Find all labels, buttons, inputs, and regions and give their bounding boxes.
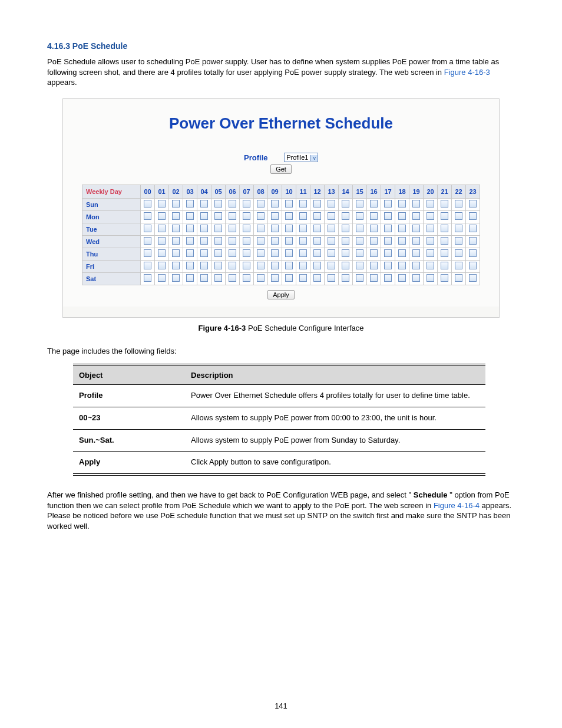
schedule-checkbox[interactable] <box>299 249 307 257</box>
schedule-checkbox[interactable] <box>328 212 335 220</box>
schedule-checkbox[interactable] <box>200 249 208 257</box>
schedule-checkbox[interactable] <box>469 274 477 282</box>
schedule-checkbox[interactable] <box>299 212 307 220</box>
schedule-checkbox[interactable] <box>313 249 321 257</box>
schedule-checkbox[interactable] <box>186 200 194 207</box>
schedule-checkbox[interactable] <box>384 249 392 257</box>
schedule-checkbox[interactable] <box>158 249 166 257</box>
schedule-checkbox[interactable] <box>328 200 335 207</box>
schedule-checkbox[interactable] <box>469 237 477 245</box>
schedule-checkbox[interactable] <box>412 274 420 282</box>
schedule-checkbox[interactable] <box>285 212 293 220</box>
schedule-checkbox[interactable] <box>384 225 392 232</box>
schedule-checkbox[interactable] <box>144 212 151 220</box>
schedule-checkbox[interactable] <box>214 212 222 220</box>
schedule-checkbox[interactable] <box>427 262 434 269</box>
schedule-checkbox[interactable] <box>455 225 462 232</box>
schedule-checkbox[interactable] <box>328 237 335 245</box>
schedule-checkbox[interactable] <box>257 200 265 207</box>
schedule-checkbox[interactable] <box>356 262 363 269</box>
schedule-checkbox[interactable] <box>200 212 208 220</box>
schedule-checkbox[interactable] <box>271 225 279 232</box>
schedule-checkbox[interactable] <box>412 225 420 232</box>
schedule-checkbox[interactable] <box>469 249 477 257</box>
schedule-checkbox[interactable] <box>427 212 434 220</box>
schedule-checkbox[interactable] <box>172 200 180 207</box>
schedule-checkbox[interactable] <box>200 225 208 232</box>
schedule-checkbox[interactable] <box>158 212 166 220</box>
schedule-checkbox[interactable] <box>441 212 448 220</box>
schedule-checkbox[interactable] <box>328 262 335 269</box>
schedule-checkbox[interactable] <box>186 237 194 245</box>
schedule-checkbox[interactable] <box>172 262 180 269</box>
schedule-checkbox[interactable] <box>243 237 250 245</box>
schedule-checkbox[interactable] <box>370 249 378 257</box>
schedule-checkbox[interactable] <box>356 212 363 220</box>
schedule-checkbox[interactable] <box>455 237 462 245</box>
schedule-checkbox[interactable] <box>356 200 363 207</box>
figure-link-2[interactable]: Figure 4-16-4 <box>434 501 480 510</box>
schedule-checkbox[interactable] <box>144 274 151 282</box>
schedule-checkbox[interactable] <box>412 212 420 220</box>
schedule-checkbox[interactable] <box>455 262 462 269</box>
schedule-checkbox[interactable] <box>469 212 477 220</box>
schedule-checkbox[interactable] <box>229 200 236 207</box>
schedule-checkbox[interactable] <box>412 200 420 207</box>
schedule-checkbox[interactable] <box>144 237 151 245</box>
schedule-checkbox[interactable] <box>342 237 349 245</box>
schedule-checkbox[interactable] <box>412 262 420 269</box>
schedule-checkbox[interactable] <box>243 212 250 220</box>
schedule-checkbox[interactable] <box>299 237 307 245</box>
get-button[interactable]: Get <box>270 164 292 174</box>
schedule-checkbox[interactable] <box>200 200 208 207</box>
schedule-checkbox[interactable] <box>398 200 406 207</box>
schedule-checkbox[interactable] <box>384 212 392 220</box>
schedule-checkbox[interactable] <box>186 225 194 232</box>
schedule-checkbox[interactable] <box>370 200 378 207</box>
schedule-checkbox[interactable] <box>271 212 279 220</box>
schedule-checkbox[interactable] <box>299 225 307 232</box>
schedule-checkbox[interactable] <box>229 274 236 282</box>
schedule-checkbox[interactable] <box>214 237 222 245</box>
schedule-checkbox[interactable] <box>200 262 208 269</box>
schedule-checkbox[interactable] <box>158 274 166 282</box>
schedule-checkbox[interactable] <box>271 249 279 257</box>
schedule-checkbox[interactable] <box>214 200 222 207</box>
schedule-checkbox[interactable] <box>271 237 279 245</box>
schedule-checkbox[interactable] <box>342 249 349 257</box>
schedule-checkbox[interactable] <box>398 237 406 245</box>
schedule-checkbox[interactable] <box>384 274 392 282</box>
schedule-checkbox[interactable] <box>257 212 265 220</box>
schedule-checkbox[interactable] <box>455 212 462 220</box>
schedule-checkbox[interactable] <box>243 274 250 282</box>
schedule-checkbox[interactable] <box>469 200 477 207</box>
schedule-checkbox[interactable] <box>214 225 222 232</box>
schedule-checkbox[interactable] <box>271 262 279 269</box>
schedule-checkbox[interactable] <box>186 249 194 257</box>
schedule-checkbox[interactable] <box>229 212 236 220</box>
schedule-checkbox[interactable] <box>285 262 293 269</box>
schedule-checkbox[interactable] <box>186 262 194 269</box>
schedule-checkbox[interactable] <box>299 262 307 269</box>
schedule-checkbox[interactable] <box>257 225 265 232</box>
schedule-checkbox[interactable] <box>313 200 321 207</box>
schedule-checkbox[interactable] <box>257 237 265 245</box>
schedule-checkbox[interactable] <box>441 274 448 282</box>
schedule-checkbox[interactable] <box>370 212 378 220</box>
schedule-checkbox[interactable] <box>229 262 236 269</box>
figure-link-1[interactable]: Figure 4-16-3 <box>444 68 490 77</box>
schedule-checkbox[interactable] <box>257 274 265 282</box>
schedule-checkbox[interactable] <box>158 237 166 245</box>
profile-select[interactable]: Profile1v <box>284 153 318 162</box>
schedule-checkbox[interactable] <box>313 237 321 245</box>
schedule-checkbox[interactable] <box>229 237 236 245</box>
schedule-checkbox[interactable] <box>441 237 448 245</box>
schedule-checkbox[interactable] <box>271 200 279 207</box>
schedule-checkbox[interactable] <box>299 200 307 207</box>
schedule-checkbox[interactable] <box>342 212 349 220</box>
schedule-checkbox[interactable] <box>427 225 434 232</box>
schedule-checkbox[interactable] <box>384 200 392 207</box>
schedule-checkbox[interactable] <box>441 262 448 269</box>
schedule-checkbox[interactable] <box>271 274 279 282</box>
schedule-checkbox[interactable] <box>257 262 265 269</box>
